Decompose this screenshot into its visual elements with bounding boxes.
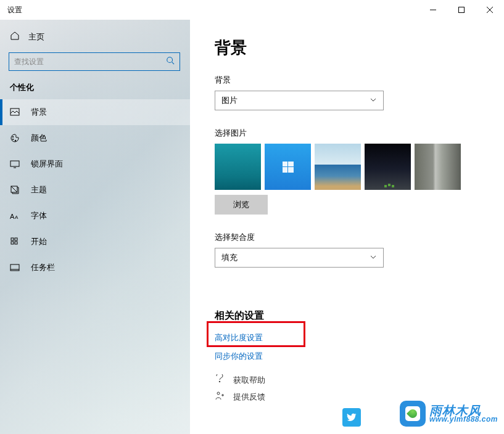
search-icon [166,56,175,67]
svg-point-22 [217,392,220,395]
picture-thumbnails [215,144,504,190]
sidebar-item-fonts[interactable]: AA 字体 [0,203,190,229]
get-help-row[interactable]: 获取帮助 [215,374,504,386]
close-button[interactable] [476,0,504,20]
maximize-button[interactable] [447,0,476,20]
sidebar-item-lockscreen[interactable]: 锁屏界面 [0,151,190,177]
background-select[interactable]: 图片 [215,91,384,110]
titlebar: 设置 [0,0,504,20]
svg-text:A: A [15,215,19,220]
sidebar-item-label: 任务栏 [31,262,55,273]
fit-label: 选择契合度 [215,232,504,243]
chevron-down-icon [370,253,377,263]
svg-point-9 [15,140,16,141]
sidebar-item-themes[interactable]: 主题 [0,177,190,203]
watermark-sub: www.ylmf888.com [429,416,498,423]
svg-point-21 [219,381,220,382]
picture-thumb-3[interactable] [315,144,361,190]
picture-thumb-4[interactable] [365,144,411,190]
home-icon [10,31,20,43]
background-icon [10,107,20,117]
home-label: 主页 [28,31,44,43]
window-title: 设置 [7,5,22,15]
svg-rect-15 [11,238,14,240]
page-title: 背景 [215,37,504,59]
sidebar-item-taskbar[interactable]: 任务栏 [0,255,190,280]
feedback-label: 提供反馈 [233,391,265,403]
svg-rect-16 [15,238,17,240]
background-value: 图片 [221,95,238,106]
svg-point-7 [12,136,14,137]
chevron-down-icon [370,96,377,105]
sidebar: 主页 个性化 背景 颜色 [0,20,190,434]
svg-line-5 [172,62,175,65]
picture-thumb-5[interactable] [415,144,461,190]
main-content: 背景 背景 图片 选择图片 浏览 选择契合度 填充 [190,20,504,434]
sidebar-item-colors[interactable]: 颜色 [0,125,190,151]
help-icon [215,374,225,386]
search-box[interactable] [9,52,180,71]
choose-picture-label: 选择图片 [215,128,504,139]
sync-settings-link[interactable]: 同步你的设置 [215,351,504,362]
related-heading: 相关的设置 [215,309,504,322]
sidebar-item-label: 锁屏界面 [31,158,63,170]
lockscreen-icon [10,159,20,169]
bird-badge-icon [342,408,361,427]
svg-rect-1 [459,7,465,13]
fit-select[interactable]: 填充 [215,248,384,268]
fonts-icon: AA [10,211,20,221]
personalization-heading: 个性化 [0,82,190,99]
sidebar-item-label: 主题 [31,184,47,195]
colors-icon [10,133,20,143]
svg-point-4 [167,57,173,63]
sidebar-item-background[interactable]: 背景 [0,99,190,125]
fit-value: 填充 [221,252,238,263]
search-input[interactable] [14,57,166,66]
watermark: 雨林木风 www.ylmf888.com [400,401,498,427]
svg-rect-18 [15,242,17,244]
picture-thumb-2[interactable] [265,144,311,190]
picture-thumb-1[interactable] [215,144,261,190]
get-help-label: 获取帮助 [233,375,265,386]
sidebar-item-start[interactable]: 开始 [0,229,190,255]
titlebar-controls [419,0,504,20]
svg-rect-17 [11,242,14,244]
sidebar-item-label: 字体 [31,210,47,221]
high-contrast-link[interactable]: 高对比度设置 [215,332,504,343]
sidebar-item-label: 开始 [31,236,47,247]
windows-logo-icon [283,162,294,173]
minimize-button[interactable] [419,0,447,20]
home-nav[interactable]: 主页 [0,25,190,49]
start-icon [10,237,20,247]
sidebar-item-label: 颜色 [31,133,47,144]
svg-text:A: A [10,213,15,220]
feedback-icon [215,391,225,403]
taskbar-icon [10,263,20,272]
browse-button[interactable]: 浏览 [215,195,268,215]
watermark-logo-icon [400,401,426,427]
svg-rect-10 [10,161,19,166]
themes-icon [10,185,20,195]
sidebar-item-label: 背景 [31,107,47,118]
svg-point-8 [12,139,14,140]
background-label: 背景 [215,75,504,86]
